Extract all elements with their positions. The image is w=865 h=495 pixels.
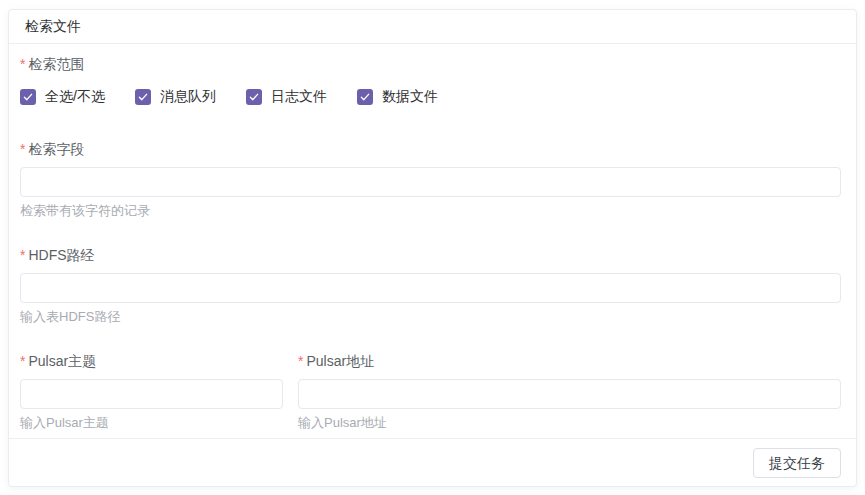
keyword-label: *检索字段 — [20, 140, 841, 159]
pulsar-topic-hint: 输入Pulsar主题 — [20, 415, 283, 431]
scope-checkbox-group: 全选/不选 消息队列 日志文件 — [20, 88, 841, 105]
checkbox-message-queue[interactable]: 消息队列 — [135, 88, 216, 105]
hdfs-path-label-text: HDFS路经 — [28, 247, 94, 263]
keyword-hint: 检索带有该字符的记录 — [20, 203, 841, 219]
checkbox-log-files[interactable]: 日志文件 — [246, 88, 327, 105]
required-marker: * — [20, 56, 25, 72]
card-title: 检索文件 — [9, 10, 856, 44]
required-marker: * — [20, 247, 25, 263]
form-item-scope: *检索范围 全选/不选 消息队列 — [20, 55, 841, 105]
submit-task-button[interactable]: 提交任务 — [753, 448, 841, 478]
hdfs-path-input[interactable] — [20, 273, 841, 303]
checkbox-checked-icon — [357, 89, 373, 105]
checkbox-label: 数据文件 — [382, 88, 438, 105]
pulsar-address-input[interactable] — [298, 379, 841, 409]
checkbox-label: 全选/不选 — [45, 88, 105, 105]
pulsar-address-hint: 输入Pulsar地址 — [298, 415, 841, 431]
checkbox-select-all[interactable]: 全选/不选 — [20, 88, 105, 105]
scope-label-text: 检索范围 — [28, 56, 84, 72]
form-body: *检索范围 全选/不选 消息队列 — [9, 44, 856, 438]
required-marker: * — [298, 353, 303, 369]
form-item-pulsar-address: *Pulsar地址 输入Pulsar地址 — [298, 352, 841, 431]
checkbox-checked-icon — [135, 89, 151, 105]
pulsar-address-label-text: Pulsar地址 — [306, 353, 374, 369]
hdfs-path-hint: 输入表HDFS路径 — [20, 309, 841, 325]
pulsar-topic-input[interactable] — [20, 379, 283, 409]
pulsar-row: *Pulsar主题 输入Pulsar主题 *Pulsar地址 输入Pulsar地… — [20, 352, 841, 431]
form-item-pulsar-topic: *Pulsar主题 输入Pulsar主题 — [20, 352, 283, 431]
pulsar-address-label: *Pulsar地址 — [298, 352, 841, 371]
keyword-label-text: 检索字段 — [28, 141, 84, 157]
pulsar-topic-label: *Pulsar主题 — [20, 352, 283, 371]
form-item-hdfs-path: *HDFS路经 输入表HDFS路径 — [20, 246, 841, 325]
keyword-input[interactable] — [20, 167, 841, 197]
retrieve-files-card: 检索文件 *检索范围 全选/不选 消息队列 — [8, 9, 857, 487]
checkbox-label: 日志文件 — [271, 88, 327, 105]
card-footer: 提交任务 — [9, 438, 856, 486]
required-marker: * — [20, 141, 25, 157]
checkbox-data-files[interactable]: 数据文件 — [357, 88, 438, 105]
hdfs-path-label: *HDFS路经 — [20, 246, 841, 265]
checkbox-checked-icon — [20, 89, 36, 105]
pulsar-topic-label-text: Pulsar主题 — [28, 353, 96, 369]
checkbox-checked-icon — [246, 89, 262, 105]
form-item-keyword: *检索字段 检索带有该字符的记录 — [20, 140, 841, 219]
required-marker: * — [20, 353, 25, 369]
scope-label: *检索范围 — [20, 55, 841, 74]
checkbox-label: 消息队列 — [160, 88, 216, 105]
